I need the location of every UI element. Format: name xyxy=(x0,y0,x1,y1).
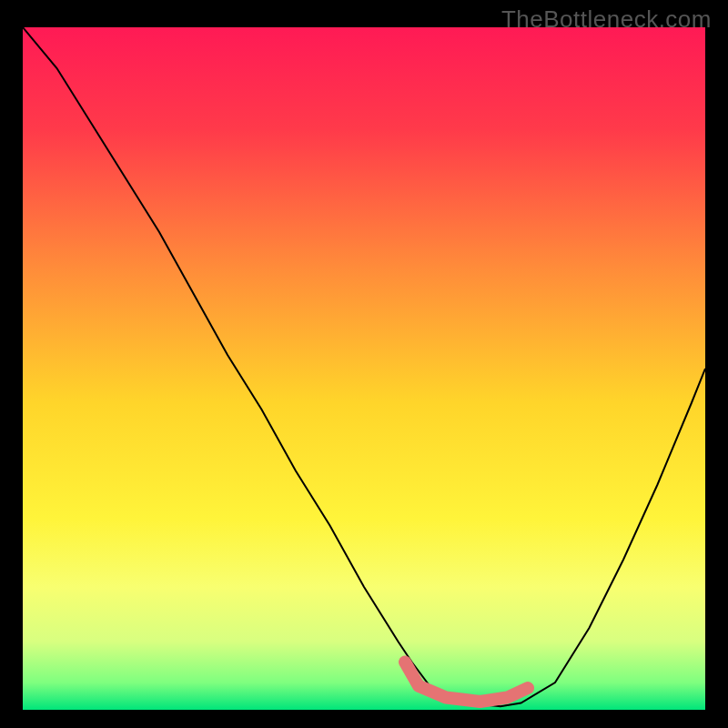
bottleneck-chart xyxy=(23,27,705,710)
watermark-text: TheBottleneck.com xyxy=(501,5,712,34)
chart-container xyxy=(23,27,705,710)
heatmap-background xyxy=(23,27,705,710)
